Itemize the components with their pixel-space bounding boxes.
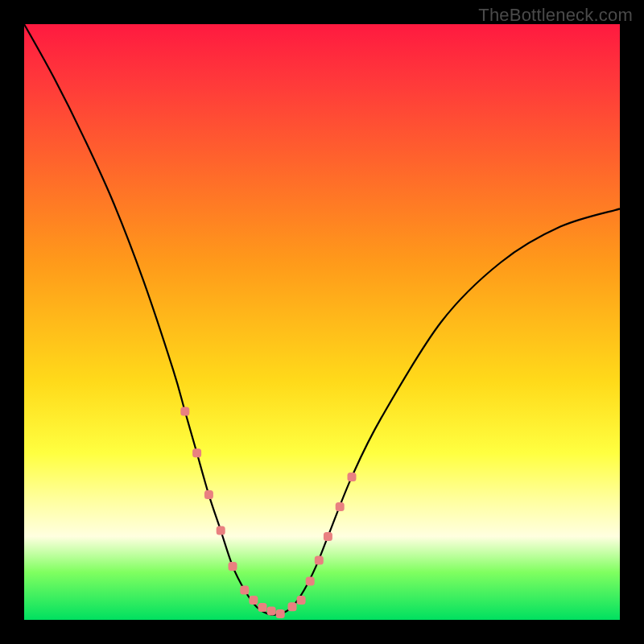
curve-marker	[324, 532, 332, 541]
curve-marker	[180, 407, 189, 416]
curve-marker	[229, 562, 237, 571]
curve-marker	[348, 473, 357, 481]
bottleneck-curve-path	[24, 24, 620, 615]
curve-marker	[258, 603, 267, 612]
watermark-text: TheBottleneck.com	[478, 5, 633, 26]
curve-marker	[240, 586, 249, 595]
curve-marker	[288, 602, 297, 611]
curve-marker	[204, 490, 213, 499]
chart-frame: TheBottleneck.com	[0, 0, 644, 644]
curve-marker	[267, 606, 276, 615]
curve-marker	[315, 556, 324, 565]
curve-marker	[249, 596, 258, 605]
curve-marker	[336, 502, 345, 511]
curve-markers	[180, 407, 356, 619]
curve-marker	[306, 576, 315, 585]
curve-marker	[297, 596, 306, 605]
bottleneck-curve-svg	[24, 24, 620, 620]
curve-marker	[217, 526, 225, 535]
curve-marker	[276, 609, 285, 618]
curve-marker	[192, 448, 201, 457]
